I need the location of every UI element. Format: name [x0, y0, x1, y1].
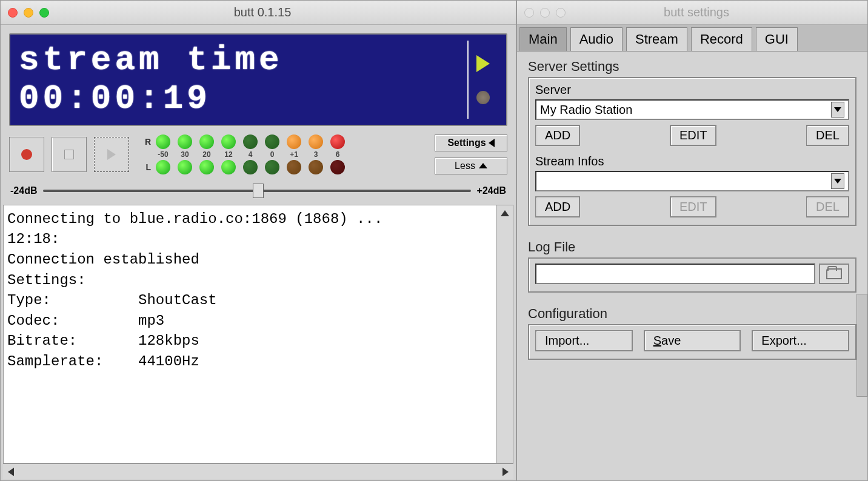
- minimize-icon[interactable]: [24, 8, 33, 18]
- settings-label: Settings: [447, 138, 486, 148]
- lcd-status-icons: [467, 41, 498, 119]
- scroll-up-icon[interactable]: [496, 205, 513, 221]
- traffic-lights: [8, 8, 49, 18]
- vu-label-r: R: [138, 137, 151, 147]
- log-output[interactable]: Connecting to blue.radio.co:1869 (1868) …: [3, 205, 513, 463]
- dropdown-arrow-icon: [831, 173, 844, 189]
- horizontal-scrollbar[interactable]: [3, 463, 513, 479]
- import-button[interactable]: Import...: [535, 330, 633, 351]
- stream-infos-label: Stream Infos: [535, 154, 849, 168]
- scroll-right-icon[interactable]: [498, 464, 513, 479]
- gain-high-label: +24dB: [477, 185, 506, 196]
- record-icon: [21, 149, 32, 160]
- arrow-left-icon: [489, 139, 495, 147]
- server-dropdown[interactable]: My Radio Station: [535, 99, 849, 120]
- close-icon[interactable]: [8, 8, 18, 18]
- play-icon: [107, 149, 116, 160]
- settings-body: Server Settings Server My Radio Station …: [517, 51, 867, 480]
- transport-controls: [9, 137, 129, 172]
- gain-slider[interactable]: [43, 190, 470, 192]
- streaming-indicator-icon: [476, 55, 490, 72]
- zoom-icon[interactable]: [556, 8, 566, 18]
- log-file-browse-button[interactable]: [819, 264, 849, 284]
- server-edit-button[interactable]: EDIT: [670, 125, 717, 146]
- tab-main[interactable]: Main: [519, 27, 567, 51]
- main-window-title: butt 0.1.15: [56, 5, 469, 19]
- vu-row-left: L: [138, 160, 426, 174]
- less-button[interactable]: Less: [435, 158, 507, 174]
- scroll-left-icon[interactable]: [3, 464, 19, 479]
- stop-button[interactable]: [52, 137, 87, 172]
- tab-record[interactable]: Record: [691, 27, 752, 51]
- server-settings-group: Server My Radio Station ADD EDIT DEL Str…: [528, 77, 856, 226]
- log-file-group: [528, 257, 856, 293]
- zoom-icon[interactable]: [39, 8, 49, 18]
- settings-button[interactable]: Settings: [435, 134, 507, 151]
- log-file-title: Log File: [528, 239, 856, 255]
- settings-traffic-lights: [524, 8, 566, 18]
- log-text: Connecting to blue.radio.co:1869 (1868) …: [7, 211, 382, 370]
- less-label: Less: [455, 161, 475, 171]
- vu-label-l: L: [138, 162, 151, 172]
- server-settings-title: Server Settings: [528, 59, 856, 75]
- vu-tick-labels: -5030201240+136: [153, 150, 426, 159]
- stop-icon: [64, 150, 74, 159]
- log-file-input[interactable]: [535, 264, 815, 284]
- save-button[interactable]: Save: [644, 330, 741, 351]
- stream-infos-dropdown[interactable]: [535, 171, 849, 191]
- folder-icon: [826, 268, 842, 279]
- gain-thumb[interactable]: [253, 184, 264, 198]
- server-settings-section: Server Settings Server My Radio Station …: [528, 59, 856, 226]
- play-button[interactable]: [94, 137, 129, 172]
- settings-window-title: butt settings: [573, 5, 820, 19]
- server-add-button[interactable]: ADD: [535, 125, 580, 146]
- stream-del-button: DEL: [806, 196, 849, 217]
- settings-window: butt settings Main Audio Stream Record G…: [516, 0, 868, 481]
- server-del-button[interactable]: DEL: [806, 125, 849, 146]
- lcd-display: stream time 00:00:19: [9, 33, 507, 126]
- settings-titlebar: butt settings: [517, 1, 867, 25]
- tab-audio[interactable]: Audio: [570, 27, 623, 51]
- close-icon[interactable]: [524, 8, 534, 18]
- dropdown-arrow-icon: [831, 102, 844, 118]
- lcd-line2: 00:00:19: [19, 79, 211, 118]
- main-titlebar: butt 0.1.15: [1, 1, 516, 25]
- stream-edit-button: EDIT: [670, 196, 717, 217]
- stream-add-button[interactable]: ADD: [535, 196, 580, 217]
- vertical-scrollbar[interactable]: [496, 205, 513, 463]
- record-button[interactable]: [9, 137, 44, 172]
- tab-stream[interactable]: Stream: [626, 27, 687, 51]
- server-dropdown-value: My Radio Station: [540, 103, 632, 117]
- gain-slider-row: -24dB +24dB: [10, 185, 506, 196]
- vu-row-right: R: [138, 134, 426, 149]
- configuration-group: Import... Save Export...: [528, 324, 856, 360]
- minimize-icon[interactable]: [540, 8, 550, 18]
- main-window: butt 0.1.15 stream time 00:00:19 R -5030…: [0, 0, 516, 481]
- tabs-bar: Main Audio Stream Record GUI: [517, 25, 867, 51]
- configuration-title: Configuration: [528, 306, 856, 322]
- tab-gui[interactable]: GUI: [756, 27, 798, 51]
- server-label: Server: [535, 83, 849, 97]
- configuration-section: Configuration Import... Save Export...: [528, 306, 856, 360]
- export-button[interactable]: Export...: [752, 330, 849, 351]
- lcd-text: stream time 00:00:19: [19, 41, 461, 119]
- vu-meter: R -5030201240+136 L: [138, 134, 426, 174]
- arrow-up-icon: [479, 163, 487, 168]
- recording-indicator-icon: [476, 91, 490, 104]
- gain-low-label: -24dB: [10, 185, 37, 196]
- settings-scrollbar[interactable]: [856, 294, 867, 397]
- lcd-line1: stream time: [19, 41, 283, 79]
- log-file-section: Log File: [528, 239, 856, 293]
